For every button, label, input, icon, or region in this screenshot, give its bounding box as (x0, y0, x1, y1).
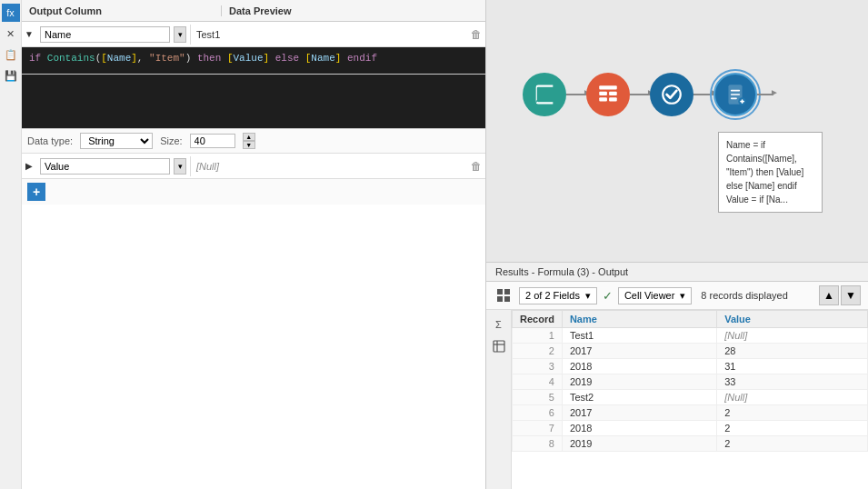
formula-editor[interactable]: if Contains([Name], "Item") then [Value]… (22, 47, 485, 75)
cell-name: 2017 (562, 405, 716, 421)
connector-4: ► (757, 94, 773, 95)
keyword-then: then (197, 53, 227, 64)
field-value-dropdown[interactable]: ▾ (174, 158, 186, 175)
delete-name-button[interactable]: 🗑 (467, 25, 485, 44)
viewer-dropdown[interactable]: Cell Viewer ▾ (618, 287, 692, 304)
pipeline-node-formula[interactable] (713, 73, 757, 116)
fn-contains: Contains (47, 53, 95, 64)
svg-rect-11 (494, 341, 504, 352)
cell-icon[interactable] (490, 337, 508, 355)
cell-name: 2018 (562, 359, 716, 374)
preview-value-name: Test1 (191, 27, 467, 42)
col-header-name: Name (562, 311, 716, 328)
x-icon[interactable]: ✕ (2, 25, 20, 43)
save-icon[interactable]: 💾 (2, 66, 20, 85)
field-name-dropdown[interactable]: ▾ (174, 26, 186, 43)
field-name-input[interactable] (40, 26, 170, 43)
cell-value: [Null] (717, 328, 868, 344)
cell-record: 5 (513, 390, 563, 405)
cell-value: 2 (717, 405, 868, 421)
left-toolbar: fx ✕ 📋 💾 (0, 0, 22, 489)
check-icon (660, 83, 683, 106)
svg-rect-3 (599, 97, 607, 101)
viewer-label: Cell Viewer (624, 290, 674, 301)
nav-up-button[interactable]: ▲ (819, 285, 839, 305)
connector-3 (693, 94, 713, 95)
datatype-label: Data type: (27, 135, 73, 146)
field-row-name: ▼ ▾ Test1 🗑 (22, 22, 485, 47)
keyword-endif: endif (347, 53, 377, 64)
table-row: 2201728 (513, 344, 868, 359)
delete-value-button[interactable]: 🗑 (467, 157, 485, 175)
bracket-value1: [ (227, 53, 234, 64)
pipeline-node-input[interactable] (523, 73, 566, 116)
svg-rect-4 (609, 97, 617, 101)
cell-value: 28 (717, 344, 868, 359)
field-name-cell-value: ▾ (36, 156, 191, 176)
spin-down[interactable]: ▼ (243, 141, 255, 149)
formula-editor-spacer[interactable] (22, 75, 485, 129)
fields-dropdown[interactable]: 2 of 2 Fields ▾ (519, 287, 597, 304)
dropdown-arrow-viewer: ▾ (680, 290, 685, 302)
keyword-if: if (29, 53, 47, 64)
cell-value: 2 (717, 436, 868, 452)
cell-name: 2019 (562, 436, 716, 452)
sum-icon[interactable]: Σ (490, 315, 508, 334)
left-panel: fx ✕ 📋 💾 Output Column Data Preview ▼ ▾ … (0, 0, 486, 489)
preview-value-field2: [Null] (191, 159, 467, 174)
comma: , (137, 53, 149, 64)
clipboard-icon[interactable]: 📋 (2, 45, 20, 64)
preview-column-header: Data Preview (222, 5, 485, 16)
size-input[interactable] (190, 134, 235, 148)
table-row: 820192 (513, 436, 868, 452)
check-confirm-icon: ✓ (603, 289, 613, 303)
row-expand-value[interactable]: ▶ (22, 161, 36, 171)
canvas-area: ► Name = if Contains([Name], "Item") the… (486, 0, 868, 262)
nav-down-button[interactable]: ▼ (841, 285, 861, 305)
cell-name: Test1 (562, 328, 716, 344)
output-column-header: Output Column (22, 5, 222, 16)
space-else (269, 53, 275, 64)
svg-rect-7 (497, 289, 503, 294)
cell-name: 2017 (562, 344, 716, 359)
svg-rect-1 (599, 92, 607, 95)
results-table-wrapper: Record Name Value 1Test1[Null]2201728320… (512, 310, 868, 489)
field-value-input[interactable] (40, 158, 170, 175)
add-field-button[interactable]: + (27, 183, 45, 201)
formula-icon[interactable]: fx (2, 4, 20, 22)
pipeline-node-check[interactable] (650, 73, 693, 116)
spin-up[interactable]: ▲ (243, 133, 255, 141)
formula-area: Output Column Data Preview ▼ ▾ Test1 🗑 i… (22, 0, 485, 489)
add-row: + (22, 179, 485, 205)
svg-rect-2 (609, 92, 617, 95)
cell-value: [Null] (717, 390, 868, 405)
cell-record: 8 (513, 436, 563, 452)
results-toolbar: 2 of 2 Fields ▾ ✓ Cell Viewer ▾ 8 record… (486, 282, 868, 310)
column-headers: Output Column Data Preview (22, 0, 485, 22)
svg-rect-9 (497, 296, 503, 302)
results-side-icons: Σ (486, 310, 512, 489)
tooltip-text: Name = if Contains([Name], "Item") then … (726, 140, 803, 205)
paren-close: ) (185, 53, 197, 64)
pipeline-node-table[interactable] (586, 73, 630, 116)
formula-editor-section: fx ✕ 📋 💾 Output Column Data Preview ▼ ▾ … (0, 0, 485, 489)
col-header-record: Record (513, 311, 563, 328)
field-name-ref: Name (107, 53, 131, 64)
svg-rect-10 (504, 296, 510, 302)
grid-icon[interactable] (494, 285, 514, 305)
cell-name: 2019 (562, 374, 716, 390)
dropdown-arrow-fields: ▾ (585, 290, 591, 302)
right-panel: ► Name = if Contains([Name], "Item") the… (486, 0, 868, 489)
cell-record: 7 (513, 421, 563, 436)
cell-value: 31 (717, 359, 868, 374)
col-header-value: Value (717, 311, 868, 328)
bracket-close1: ] (131, 53, 137, 64)
keyword-else: else (275, 53, 305, 64)
records-count: 8 records displayed (701, 290, 787, 301)
cell-record: 1 (513, 328, 563, 344)
table-row: 720182 (513, 421, 868, 436)
book-icon (532, 82, 557, 107)
datatype-select[interactable]: String Integer Float Boolean (80, 133, 153, 149)
row-expand-name[interactable]: ▼ (22, 29, 36, 39)
cell-value: 2 (717, 421, 868, 436)
